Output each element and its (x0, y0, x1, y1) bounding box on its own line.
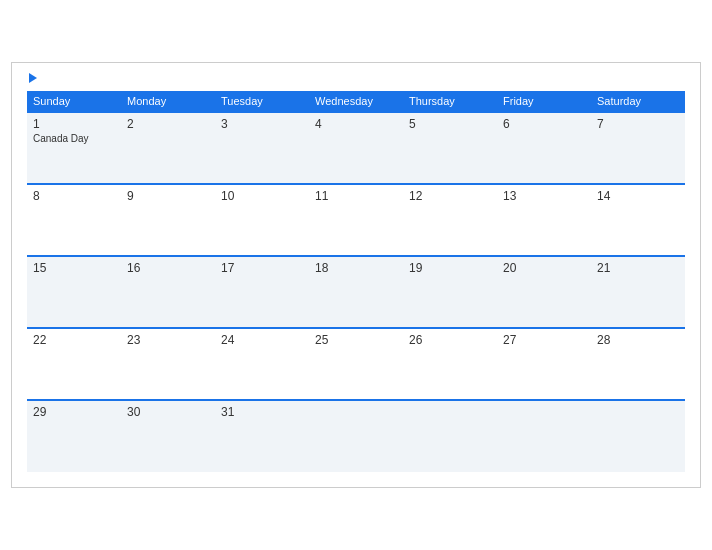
week-row-4: 22232425262728 (27, 328, 685, 400)
logo-area (27, 73, 37, 83)
calendar-cell: 28 (591, 328, 685, 400)
weekday-header-friday: Friday (497, 91, 591, 112)
calendar-cell: 9 (121, 184, 215, 256)
calendar-cell: 5 (403, 112, 497, 184)
calendar-cell: 22 (27, 328, 121, 400)
calendar-cell: 1Canada Day (27, 112, 121, 184)
calendar-header (27, 73, 685, 83)
holiday-label: Canada Day (33, 133, 115, 144)
weekday-header-sunday: Sunday (27, 91, 121, 112)
day-number: 8 (33, 189, 115, 203)
calendar-cell: 4 (309, 112, 403, 184)
weekday-header-tuesday: Tuesday (215, 91, 309, 112)
calendar-cell (591, 400, 685, 472)
logo-triangle-icon (29, 73, 37, 83)
calendar-cell: 27 (497, 328, 591, 400)
calendar-cell: 14 (591, 184, 685, 256)
calendar-cell: 6 (497, 112, 591, 184)
weekday-header-thursday: Thursday (403, 91, 497, 112)
calendar-cell: 30 (121, 400, 215, 472)
day-number: 16 (127, 261, 209, 275)
calendar-cell: 11 (309, 184, 403, 256)
day-number: 19 (409, 261, 491, 275)
day-number: 24 (221, 333, 303, 347)
calendar-cell: 24 (215, 328, 309, 400)
calendar-cell: 10 (215, 184, 309, 256)
day-number: 15 (33, 261, 115, 275)
day-number: 22 (33, 333, 115, 347)
calendar-cell: 15 (27, 256, 121, 328)
day-number: 23 (127, 333, 209, 347)
calendar-cell: 19 (403, 256, 497, 328)
weekday-header-wednesday: Wednesday (309, 91, 403, 112)
calendar-cell: 31 (215, 400, 309, 472)
day-number: 18 (315, 261, 397, 275)
weekday-header-row: SundayMondayTuesdayWednesdayThursdayFrid… (27, 91, 685, 112)
day-number: 7 (597, 117, 679, 131)
calendar-cell: 7 (591, 112, 685, 184)
calendar-cell: 29 (27, 400, 121, 472)
day-number: 10 (221, 189, 303, 203)
day-number: 20 (503, 261, 585, 275)
day-number: 27 (503, 333, 585, 347)
week-row-3: 15161718192021 (27, 256, 685, 328)
day-number: 26 (409, 333, 491, 347)
week-row-2: 891011121314 (27, 184, 685, 256)
calendar-cell: 23 (121, 328, 215, 400)
day-number: 4 (315, 117, 397, 131)
day-number: 13 (503, 189, 585, 203)
calendar-cell: 8 (27, 184, 121, 256)
weekday-header-monday: Monday (121, 91, 215, 112)
day-number: 31 (221, 405, 303, 419)
day-number: 5 (409, 117, 491, 131)
calendar-table: SundayMondayTuesdayWednesdayThursdayFrid… (27, 91, 685, 472)
calendar-container: SundayMondayTuesdayWednesdayThursdayFrid… (11, 62, 701, 488)
day-number: 17 (221, 261, 303, 275)
calendar-cell: 21 (591, 256, 685, 328)
day-number: 25 (315, 333, 397, 347)
day-number: 6 (503, 117, 585, 131)
day-number: 29 (33, 405, 115, 419)
weekday-header-saturday: Saturday (591, 91, 685, 112)
calendar-cell: 2 (121, 112, 215, 184)
day-number: 30 (127, 405, 209, 419)
day-number: 28 (597, 333, 679, 347)
calendar-cell: 26 (403, 328, 497, 400)
calendar-cell: 17 (215, 256, 309, 328)
day-number: 12 (409, 189, 491, 203)
calendar-cell: 18 (309, 256, 403, 328)
calendar-cell (403, 400, 497, 472)
day-number: 9 (127, 189, 209, 203)
calendar-cell: 3 (215, 112, 309, 184)
day-number: 3 (221, 117, 303, 131)
day-number: 1 (33, 117, 115, 131)
calendar-cell: 12 (403, 184, 497, 256)
day-number: 21 (597, 261, 679, 275)
calendar-cell: 25 (309, 328, 403, 400)
day-number: 11 (315, 189, 397, 203)
calendar-cell (497, 400, 591, 472)
calendar-cell: 13 (497, 184, 591, 256)
calendar-cell: 16 (121, 256, 215, 328)
calendar-cell (309, 400, 403, 472)
day-number: 2 (127, 117, 209, 131)
day-number: 14 (597, 189, 679, 203)
week-row-5: 293031 (27, 400, 685, 472)
week-row-1: 1Canada Day234567 (27, 112, 685, 184)
calendar-cell: 20 (497, 256, 591, 328)
